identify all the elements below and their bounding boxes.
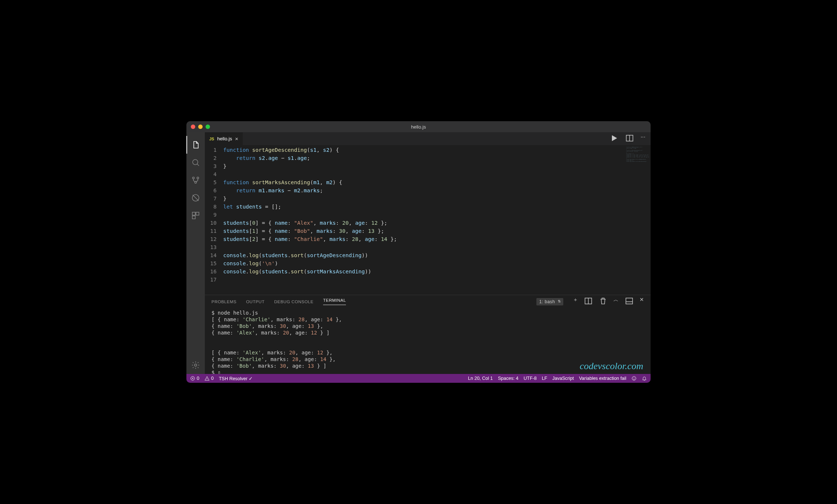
svg-point-15: [634, 378, 635, 378]
js-file-icon: JS: [209, 137, 214, 141]
minimize-window-button[interactable]: [198, 125, 203, 129]
tab-output[interactable]: OUTPUT: [246, 300, 265, 304]
line-number-gutter: 1234567891011121314151617: [205, 145, 223, 295]
status-bar: 0 0 TSH Resolver ✓ Ln 20, Col 1 Spaces: …: [186, 374, 651, 383]
status-extra[interactable]: Variables extraction fail: [579, 376, 626, 381]
maximize-panel-icon[interactable]: ︿: [613, 297, 619, 307]
traffic-lights: [186, 125, 210, 129]
editor[interactable]: 1234567891011121314151617 function sortA…: [205, 145, 651, 295]
status-encoding[interactable]: UTF-8: [523, 376, 536, 381]
extensions-icon[interactable]: [186, 207, 205, 224]
debug-icon[interactable]: [186, 189, 205, 207]
svg-point-14: [633, 378, 634, 378]
status-warnings[interactable]: 0: [204, 376, 214, 381]
split-editor-icon[interactable]: [625, 134, 634, 144]
more-actions-icon[interactable]: ···: [641, 134, 645, 144]
maximize-window-button[interactable]: [206, 125, 210, 129]
toggle-panel-icon[interactable]: [625, 297, 634, 307]
close-panel-icon[interactable]: ✕: [640, 297, 644, 307]
svg-rect-6: [196, 212, 199, 215]
status-feedback-icon[interactable]: [631, 376, 637, 381]
svg-rect-5: [192, 212, 195, 215]
status-errors[interactable]: 0: [190, 376, 199, 381]
svg-point-2: [197, 177, 199, 179]
tab-bar: JS hello.js × ···: [205, 132, 651, 145]
status-notifications-icon[interactable]: [642, 376, 647, 381]
status-eol[interactable]: LF: [542, 376, 547, 381]
svg-rect-11: [626, 298, 633, 304]
settings-icon[interactable]: [186, 356, 205, 374]
svg-point-0: [193, 160, 198, 165]
window-title: hello.js: [411, 124, 426, 130]
tab-hello-js[interactable]: JS hello.js ×: [205, 132, 243, 145]
close-window-button[interactable]: [191, 125, 195, 129]
status-tsh-resolver[interactable]: TSH Resolver ✓: [219, 376, 253, 381]
terminal-selector[interactable]: 1: bash: [536, 298, 563, 305]
split-terminal-icon[interactable]: [584, 297, 593, 307]
new-terminal-icon[interactable]: ＋: [573, 297, 578, 307]
tab-terminal[interactable]: TERMINAL: [323, 298, 346, 305]
status-spaces[interactable]: Spaces: 4: [498, 376, 519, 381]
code-area[interactable]: function sortAgeDescending(s1, s2) { ret…: [223, 145, 651, 295]
svg-point-1: [193, 177, 195, 179]
activity-bar: [186, 132, 205, 374]
tab-label: hello.js: [217, 136, 232, 141]
editor-actions: ···: [610, 134, 651, 144]
vscode-window: hello.js: [186, 121, 651, 383]
titlebar[interactable]: hello.js: [186, 121, 651, 132]
watermark: codevscolor.com: [579, 361, 643, 372]
tab-close-icon[interactable]: ×: [235, 136, 238, 142]
source-control-icon[interactable]: [186, 171, 205, 189]
svg-point-8: [195, 364, 197, 366]
tab-problems[interactable]: PROBLEMS: [211, 300, 237, 304]
tab-debug-console[interactable]: DEBUG CONSOLE: [274, 300, 314, 304]
explorer-icon[interactable]: [186, 136, 205, 154]
kill-terminal-icon[interactable]: [599, 297, 607, 307]
bottom-panel: PROBLEMS OUTPUT DEBUG CONSOLE TERMINAL 1…: [205, 295, 651, 374]
run-icon[interactable]: [610, 134, 619, 144]
svg-rect-7: [192, 216, 195, 219]
status-language[interactable]: JavaScript: [552, 376, 574, 381]
minimap[interactable]: function sortAgeDescending(s1, s2) { ret…: [625, 145, 651, 295]
status-ln-col[interactable]: Ln 20, Col 1: [468, 376, 493, 381]
panel-tabs: PROBLEMS OUTPUT DEBUG CONSOLE TERMINAL 1…: [205, 295, 651, 308]
search-icon[interactable]: [186, 154, 205, 171]
svg-point-13: [632, 377, 636, 381]
